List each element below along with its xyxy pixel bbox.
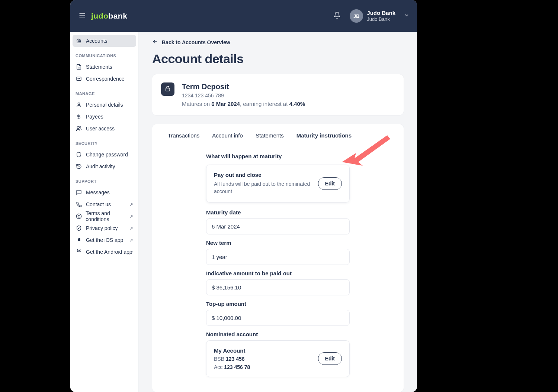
svg-point-8 [77, 127, 79, 129]
sidebar-item-android[interactable]: Get the Android app ↗ [73, 246, 136, 258]
nominated-account-card: My Account BSB 123 456 Acc 123 456 78 Ed… [206, 340, 350, 377]
user-org: Judo Bank [367, 16, 395, 22]
sidebar-label-audit: Audit activity [86, 163, 115, 169]
logo-part-bank: bank [108, 12, 127, 20]
user-name: Judo Bank [367, 10, 395, 16]
shield-icon [76, 151, 82, 158]
sidebar-item-privacy[interactable]: Privacy policy ↗ [73, 222, 136, 234]
sidebar-item-accounts[interactable]: Accounts [73, 35, 136, 47]
back-label: Back to Accounts Overview [162, 39, 230, 45]
account-number: 1234 123 456 789 [182, 93, 305, 98]
section-what-heading: What will happen at maturity [206, 153, 350, 159]
account-summary-card: Term Deposit 1234 123 456 789 Matures on… [152, 74, 404, 115]
phone-icon [76, 201, 82, 208]
external-link-icon: ↗ [129, 202, 133, 207]
account-name: Term Deposit [182, 82, 305, 91]
sidebar-item-personal[interactable]: Personal details [73, 99, 136, 111]
sidebar-item-terms[interactable]: Terms and conditions ↗ [73, 210, 136, 222]
tab-account-info[interactable]: Account info [212, 132, 243, 144]
field-new-term: 1 year [206, 249, 350, 265]
sidebar: Accounts COMMUNICATIONS Statements Corre… [70, 32, 139, 392]
user-menu-toggle[interactable] [404, 12, 410, 20]
sidebar-label-correspondence: Correspondence [86, 76, 125, 82]
svg-point-14 [80, 250, 80, 251]
sidebar-item-payees[interactable]: Payees [73, 111, 136, 123]
sidebar-heading-communications: COMMUNICATIONS [73, 47, 136, 61]
maturity-date-value: 6 Mar 2024 [211, 101, 240, 107]
document-icon [76, 64, 82, 70]
bell-icon [333, 12, 341, 20]
field-maturity-date: 6 Mar 2024 [206, 218, 350, 234]
sidebar-item-correspondence[interactable]: Correspondence [73, 73, 136, 85]
svg-point-6 [78, 103, 80, 105]
users-icon [76, 125, 82, 132]
sidebar-item-ios[interactable]: Get the iOS app ↗ [73, 234, 136, 246]
field-label-indicative: Indicative amount to be paid out [206, 270, 350, 276]
history-icon [76, 163, 82, 170]
chat-icon [76, 189, 82, 196]
sidebar-item-statements[interactable]: Statements [73, 61, 136, 73]
sidebar-label-privacy: Privacy policy [86, 225, 118, 231]
android-icon [76, 249, 82, 255]
sidebar-label-messages: Messages [86, 189, 110, 195]
sidebar-label-payees: Payees [86, 114, 103, 120]
shield-check-icon [76, 225, 82, 231]
hamburger-icon [78, 12, 86, 20]
sidebar-heading-manage: MANAGE [73, 85, 136, 99]
field-indicative: $ 36,156.10 [206, 279, 350, 295]
edit-maturity-button[interactable]: Edit [318, 177, 342, 190]
chevron-down-icon [404, 12, 410, 20]
back-to-overview-link[interactable]: Back to Accounts Overview [152, 37, 404, 47]
tab-statements[interactable]: Statements [256, 132, 284, 144]
field-label-new-term: New term [206, 240, 350, 246]
apple-icon [76, 237, 82, 243]
field-label-topup: Top-up amount [206, 301, 350, 307]
logo-part-judo: judo [91, 12, 108, 20]
sidebar-item-user-access[interactable]: User access [73, 123, 136, 135]
field-topup: $ 10,000.00 [206, 310, 350, 326]
maturity-action-desc: All funds will be paid out to the nomina… [214, 180, 311, 195]
hamburger-menu-button[interactable] [75, 9, 90, 23]
svg-point-13 [78, 250, 78, 251]
tab-transactions[interactable]: Transactions [168, 132, 199, 144]
maturity-action-card: Pay out and close All funds will be paid… [206, 165, 350, 203]
sidebar-item-audit[interactable]: Audit activity [73, 161, 136, 172]
sidebar-heading-support: SUPPORT [73, 172, 136, 187]
app-header: judobank JB Judo Bank Judo Bank [70, 0, 417, 32]
main-content: Back to Accounts Overview Account detail… [139, 32, 417, 392]
avatar[interactable]: JB [350, 9, 363, 23]
sidebar-label-statements: Statements [86, 64, 112, 70]
interest-rate-value: 4.40% [289, 101, 305, 107]
sidebar-item-messages[interactable]: Messages [73, 187, 136, 198]
mail-icon [76, 75, 82, 82]
sidebar-label-contact: Contact us [86, 201, 111, 207]
sidebar-label-terms: Terms and conditions [86, 210, 133, 222]
logo: judobank [91, 12, 127, 20]
nominated-acc-line: Acc 123 456 78 [214, 364, 311, 370]
svg-line-11 [77, 249, 78, 250]
field-label-maturity-date: Maturity date [206, 209, 350, 216]
page-title: Account details [152, 52, 404, 66]
edit-nominated-button[interactable]: Edit [318, 352, 342, 365]
maturity-action-title: Pay out and close [214, 172, 311, 178]
avatar-initials: JB [353, 13, 360, 19]
sidebar-item-change-password[interactable]: Change password [73, 149, 136, 161]
notifications-button[interactable] [330, 9, 344, 23]
external-link-icon: ↗ [129, 249, 133, 255]
sidebar-item-contact[interactable]: Contact us ↗ [73, 198, 136, 210]
account-maturity-line: Matures on 6 Mar 2024, earning interest … [182, 101, 305, 107]
lock-icon [164, 85, 171, 93]
app-window: judobank JB Judo Bank Judo Bank [70, 0, 417, 392]
nominated-bsb-line: BSB 123 456 [214, 356, 311, 362]
sidebar-heading-security: SECURITY [73, 135, 136, 149]
bank-icon [76, 38, 82, 44]
sidebar-label-personal: Personal details [86, 102, 123, 108]
tab-maturity-instructions[interactable]: Maturity instructions [296, 132, 352, 144]
nominated-account-name: My Account [214, 347, 311, 354]
user-block[interactable]: Judo Bank Judo Bank [367, 10, 395, 22]
sidebar-label-android: Get the Android app [86, 249, 132, 255]
svg-point-9 [79, 127, 81, 128]
external-link-icon: ↗ [129, 214, 133, 219]
copyright-icon [76, 213, 82, 220]
sidebar-label-change-password: Change password [86, 152, 128, 158]
